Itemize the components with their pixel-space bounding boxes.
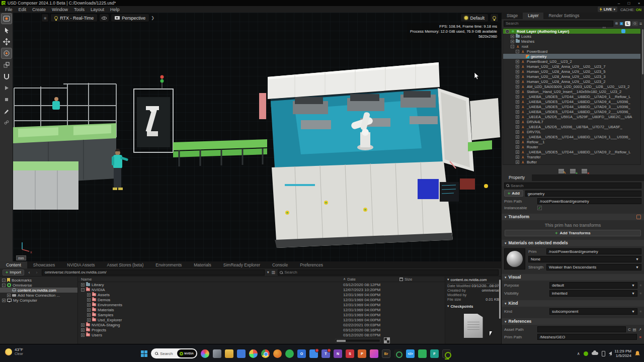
expander-toggle[interactable]: +: [516, 75, 519, 78]
add-transforms-button[interactable]: +Add Transforms: [505, 230, 641, 236]
local-toggle[interactable]: L: [625, 21, 630, 26]
physics-tool[interactable]: [2, 118, 12, 128]
layer-tree-row[interactable]: +Router: [503, 144, 640, 149]
layer-tree-row[interactable]: +_U4EBA__U5DE5__U7D44__U88DD__U7AD9_4___…: [503, 99, 640, 104]
expander-toggle[interactable]: +: [2, 299, 6, 302]
expander-toggle[interactable]: +: [81, 328, 85, 332]
green-ring-icon[interactable]: [394, 349, 403, 358]
layer-tree-row[interactable]: +_U4EBA__U5DE5__U7D44__U88DD__U7AD9_1__R…: [503, 94, 640, 99]
lighting-preset-button[interactable]: Default: [460, 14, 489, 22]
layer-tree-row[interactable]: +Human_U20__U28_Anna_U29__U20__U23_5: [503, 69, 640, 74]
expander-toggle[interactable]: -: [81, 288, 85, 292]
pinwheel-icon[interactable]: [249, 349, 258, 358]
expander-toggle[interactable]: +: [87, 293, 91, 297]
global-toggle[interactable]: G: [632, 21, 638, 26]
content-tab[interactable]: SimReady Explorer: [217, 261, 266, 268]
expander-toggle[interactable]: -: [506, 30, 509, 33]
expander-toggle[interactable]: +: [87, 298, 91, 302]
expander-toggle[interactable]: +: [81, 323, 85, 327]
layer-tree-row[interactable]: +_U4EBA__U5DE5__U7D44__U88DD__U7AD9_2___…: [503, 109, 640, 114]
expander-toggle[interactable]: +: [516, 105, 519, 109]
expander-toggle[interactable]: +: [87, 318, 91, 322]
chrome-icon[interactable]: [261, 349, 270, 358]
content-tab[interactable]: NVIDIA Assets: [61, 261, 101, 268]
menu-item[interactable]: Edit: [16, 7, 30, 12]
layer-tree-row[interactable]: -Root Layer (Authoring Layer): [503, 29, 640, 34]
visibility-select[interactable]: inherited▼: [549, 290, 637, 297]
file-row[interactable]: +Users03/12/2020 08:07PM: [78, 332, 445, 337]
expander-toggle[interactable]: +: [516, 130, 519, 134]
property-search[interactable]: [504, 183, 641, 189]
panel-tab[interactable]: Render Settings: [543, 13, 584, 19]
grid-view-icon[interactable]: [384, 338, 389, 343]
materials-section-header[interactable]: ▾Materials on selected models: [502, 240, 644, 246]
filter-icon[interactable]: ▾: [267, 270, 269, 275]
expander-toggle[interactable]: +: [516, 115, 519, 119]
split-view-icon[interactable]: ▥: [272, 270, 276, 275]
expander-toggle[interactable]: +: [516, 140, 519, 144]
outlook-icon[interactable]: O: [297, 349, 306, 358]
column-name[interactable]: Name: [78, 277, 343, 282]
remove-layer-icon[interactable]: [582, 169, 587, 173]
expander-toggle[interactable]: +: [516, 155, 519, 159]
tray-green-icon[interactable]: [584, 351, 588, 356]
layer-search-input[interactable]: [506, 21, 611, 26]
layer-tree-row[interactable]: +_U81EA__U52D5__U9396__U87BA__U7D72__U6A…: [503, 124, 640, 129]
layer-tree-row[interactable]: +_U4EBA__U5DE5__U7D44__U88DD__U7AD9_3___…: [503, 104, 640, 109]
volume-icon[interactable]: ): [609, 351, 611, 356]
layer-tree-row[interactable]: +Meshes: [503, 39, 640, 44]
minimize-button[interactable]: –: [614, 1, 624, 6]
layer-tree-row[interactable]: +AM_U2D_SA003009_U2D_0003_U2D__U2B__U20_…: [503, 84, 640, 89]
tree-item-omniverse[interactable]: -Omniverse: [0, 283, 77, 288]
notification-bell-icon[interactable]: [635, 351, 640, 356]
expander-toggle[interactable]: +: [516, 60, 519, 63]
layer-tree-row[interactable]: +Looks: [503, 34, 640, 39]
file-row[interactable]: +Environments12/31/1969 04:00PM: [78, 302, 445, 307]
tree-item-bookmarks[interactable]: -Bookmarks: [0, 278, 77, 283]
tree-item-my-computer[interactable]: +My Computer: [0, 298, 77, 303]
import-button[interactable]: +Import: [3, 269, 24, 276]
widgets-icon[interactable]: [213, 349, 221, 358]
add-property-button[interactable]: +Add: [504, 190, 523, 197]
expander-toggle[interactable]: +: [516, 145, 519, 149]
menu-item[interactable]: Window: [49, 7, 71, 12]
layer-tree-row[interactable]: +Human_U20__U28_Anna_U29__U20__U23_7: [503, 64, 640, 69]
move-tool[interactable]: [2, 37, 12, 47]
expander-toggle[interactable]: +: [516, 135, 519, 139]
menu-item[interactable]: Create: [29, 7, 49, 12]
layer-tree-row[interactable]: +Reflow__1: [503, 139, 640, 144]
clock[interactable]: 11:29 PM1/5/2024: [614, 349, 631, 358]
details-scrollbar[interactable]: [499, 280, 501, 319]
file-row[interactable]: +Projects03/12/2020 08:16PM: [78, 327, 445, 332]
panel-tab[interactable]: Stage: [502, 13, 523, 19]
expander-toggle[interactable]: +: [7, 294, 11, 297]
file-explorer-icon[interactable]: [225, 349, 233, 358]
checkpoint-icon[interactable]: C: [628, 327, 630, 332]
purpose-select[interactable]: default▼: [549, 282, 637, 289]
stop-button[interactable]: [2, 95, 12, 105]
content-search[interactable]: [278, 269, 499, 276]
viewport-settings-button[interactable]: ≡: [41, 14, 49, 22]
content-search-input[interactable]: [284, 270, 497, 275]
layer-tree-row[interactable]: -PowerBoard: [503, 49, 640, 54]
expander-toggle[interactable]: -: [2, 284, 6, 287]
scale-tool[interactable]: [2, 60, 12, 70]
expander-toggle[interactable]: +: [516, 125, 519, 129]
content-tab[interactable]: Console: [266, 261, 294, 268]
menu-item[interactable]: Help: [107, 7, 123, 12]
tree-item-server[interactable]: content.ov.nvidia.com: [0, 288, 77, 293]
omniverse-app-icon[interactable]: [442, 349, 451, 358]
file-row[interactable]: +Assets12/31/1969 04:00PM: [78, 292, 445, 297]
rotate-tool[interactable]: [2, 48, 12, 58]
layer-tree-row[interactable]: -root: [503, 44, 640, 49]
checkpoints-header[interactable]: ▾Checkpoints: [447, 304, 499, 309]
layer-search[interactable]: [504, 21, 613, 27]
prim-path-field[interactable]: /root/PowerBoard/geometry: [537, 198, 641, 204]
edit-layer-icon[interactable]: [558, 169, 564, 173]
f-app-icon[interactable]: F: [430, 349, 439, 358]
vscode-icon[interactable]: </>: [406, 349, 415, 358]
people-icon[interactable]: [237, 349, 246, 358]
live-toggle[interactable]: LIVE ▾: [598, 7, 617, 12]
color-wheel-icon[interactable]: [201, 349, 209, 358]
menu-item[interactable]: Tools: [71, 7, 88, 12]
